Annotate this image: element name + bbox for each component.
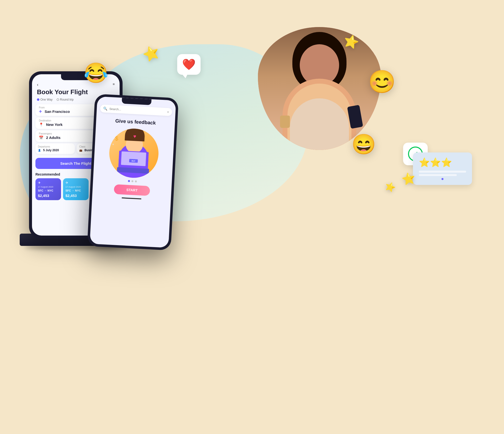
menu-button[interactable]: ≡ xyxy=(113,82,115,86)
filter-icon[interactable]: ≡ xyxy=(167,110,169,114)
flight-card-1-route: SFC → NYC xyxy=(38,189,59,192)
star-decoration-3: ⭐ xyxy=(401,171,416,186)
flight-card-2-price: $2,453 xyxy=(65,194,86,198)
rating-stars: ⭐⭐⭐ xyxy=(419,157,466,168)
plane-card-icon-1: ✈ xyxy=(38,181,59,185)
star-decoration-4: ⭐ xyxy=(383,180,397,194)
person-photo-circle xyxy=(258,27,381,150)
departures-field[interactable]: Departures 👤 5 July 2020 xyxy=(35,143,75,154)
laughing-emoji-1: 😂 xyxy=(84,61,108,85)
plane-icon: ✈ xyxy=(39,109,42,114)
rating-lines xyxy=(419,171,466,176)
flight-card-2-date: 17 August 2020 xyxy=(65,186,86,188)
recommended-title: Recommended xyxy=(35,172,60,176)
one-way-dot xyxy=(37,98,39,101)
wink-emoji: 😄 xyxy=(351,133,376,156)
phone-2-notch xyxy=(122,98,152,105)
briefcase-icon: 💼 xyxy=(79,149,82,152)
heart-speech-bubble: ❤️ xyxy=(177,54,201,75)
dot-3 xyxy=(135,180,137,182)
dot-2 xyxy=(131,180,133,182)
rating-line-1 xyxy=(419,171,466,173)
person-icon: 👤 xyxy=(38,149,41,152)
back-button[interactable]: ‹ xyxy=(37,82,38,87)
heart-icon: ❤️ xyxy=(182,58,196,70)
dot-1 xyxy=(128,180,130,182)
phone-feedback-screen: 🔍 ≡ Give us feedback BUY $ + ♥ xyxy=(90,96,176,248)
flight-card-1[interactable]: ✈ 17 August 2020 SFC → NYC $2,453 xyxy=(35,178,61,200)
feedback-title: Give us feedback xyxy=(96,114,175,129)
home-indicator xyxy=(122,197,141,199)
round-trip-option[interactable]: Round trip xyxy=(57,98,74,101)
search-bar[interactable]: 🔍 ≡ xyxy=(100,105,172,116)
start-button[interactable]: START xyxy=(114,184,150,196)
pagination-dots xyxy=(93,178,172,184)
rating-card: ⭐⭐⭐ xyxy=(413,152,472,185)
one-way-option[interactable]: One Way xyxy=(37,98,53,101)
flight-card-2-route: SFC → NYC xyxy=(65,189,86,192)
search-icon: 🔍 xyxy=(103,106,108,111)
round-trip-radio xyxy=(57,98,59,101)
one-way-label: One Way xyxy=(40,98,53,101)
person-photo-inner xyxy=(258,27,381,150)
flight-card-1-price: $2,453 xyxy=(38,194,59,198)
phone-feedback: 🔍 ≡ Give us feedback BUY $ + ♥ xyxy=(87,94,179,251)
search-input[interactable] xyxy=(109,107,165,114)
rating-dot xyxy=(441,178,443,180)
flight-card-2[interactable]: ✈ 17 August 2020 SFC → NYC $2,453 xyxy=(63,178,89,200)
location-icon: 📍 xyxy=(39,122,44,127)
rating-line-2 xyxy=(419,174,457,176)
plane-card-icon-2: ✈ xyxy=(65,181,86,185)
departures-label: Departures xyxy=(38,145,72,148)
departures-value: 👤 5 July 2020 xyxy=(38,149,72,152)
calendar-icon: 📅 xyxy=(39,135,44,140)
feedback-illustration: BUY $ + ♥ xyxy=(108,127,160,179)
round-trip-label: Round trip xyxy=(60,98,74,101)
smiley-emoji: 😊 xyxy=(368,69,396,95)
flight-card-1-date: 17 August 2020 xyxy=(38,186,59,188)
